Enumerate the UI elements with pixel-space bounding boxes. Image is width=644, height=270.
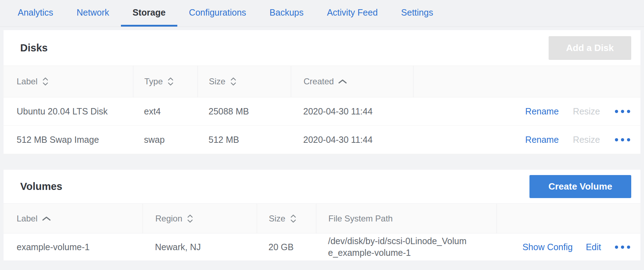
volume-label: example-volume-1 <box>4 242 143 252</box>
tab-analytics[interactable]: Analytics <box>6 0 65 27</box>
sort-chevron-up-down-icon <box>230 77 237 86</box>
create-volume-button[interactable]: Create Volume <box>529 175 631 198</box>
disks-table-header: Label Type Size Created <box>4 66 640 97</box>
sort-chevron-up-icon <box>338 79 347 84</box>
rename-link[interactable]: Rename <box>525 106 559 117</box>
tab-network[interactable]: Network <box>65 0 121 27</box>
edit-link[interactable]: Edit <box>586 242 601 252</box>
tab-storage[interactable]: Storage <box>121 0 177 27</box>
tab-configurations[interactable]: Configurations <box>177 0 258 27</box>
volumes-table-header: Label Region Size File System Path <box>4 203 640 234</box>
tab-backups[interactable]: Backups <box>258 0 315 27</box>
disk-type: ext4 <box>133 106 198 117</box>
volume-region: Newark, NJ <box>143 242 257 252</box>
rename-link[interactable]: Rename <box>525 135 559 145</box>
tab-settings[interactable]: Settings <box>389 0 445 27</box>
ellipsis-icon[interactable] <box>614 108 631 115</box>
ellipsis-icon[interactable] <box>614 243 631 251</box>
disks-column-label: Label <box>17 77 38 86</box>
volumes-sort-size[interactable]: Size <box>257 204 316 233</box>
ellipsis-icon[interactable] <box>614 136 631 144</box>
disk-size: 25088 MB <box>198 106 291 117</box>
disks-column-type: Type <box>144 77 163 86</box>
disk-row-swap: 512 MB Swap Image swap 512 MB 2020-04-30… <box>4 126 640 154</box>
volumes-panel-header: Volumes Create Volume <box>4 170 640 203</box>
resize-link[interactable]: Resize <box>573 106 600 117</box>
disk-label: 512 MB Swap Image <box>4 135 133 145</box>
sort-chevron-up-down-icon <box>42 77 49 86</box>
show-config-link[interactable]: Show Config <box>522 242 573 252</box>
volume-path: /dev/disk/by-id/scsi-0Linode_Volume_exam… <box>316 235 496 259</box>
volumes-sort-label[interactable]: Label <box>4 204 143 233</box>
volume-path-text: /dev/disk/by-id/scsi-0Linode_Volume_exam… <box>328 235 470 259</box>
volumes-column-path-label: File System Path <box>328 214 393 224</box>
disks-panel-header: Disks Add a Disk <box>4 30 640 66</box>
disks-sort-label[interactable]: Label <box>4 66 133 97</box>
disk-label: Ubuntu 20.04 LTS Disk <box>4 106 133 117</box>
disk-row-ubuntu: Ubuntu 20.04 LTS Disk ext4 25088 MB 2020… <box>4 97 640 126</box>
disk-row-actions: Rename Resize <box>413 126 640 154</box>
detail-tabs: Analytics Network Storage Configurations… <box>0 0 644 27</box>
volume-row-actions: Show Config Edit <box>496 234 640 260</box>
volumes-column-size: Size <box>269 214 285 224</box>
disk-created: 2020-04-30 11:44 <box>291 106 413 117</box>
disks-sort-created[interactable]: Created <box>291 66 413 97</box>
sort-chevron-up-icon <box>42 216 51 221</box>
volume-size: 20 GB <box>257 242 316 252</box>
disk-size: 512 MB <box>198 135 291 145</box>
disks-column-created: Created <box>304 77 334 86</box>
disk-created: 2020-04-30 11:44 <box>291 135 413 145</box>
volumes-title: Volumes <box>20 181 62 192</box>
volumes-sort-region[interactable]: Region <box>143 204 257 233</box>
volume-row: example-volume-1 Newark, NJ 20 GB /dev/d… <box>4 234 640 260</box>
disk-type: swap <box>133 135 198 145</box>
tab-activity-feed[interactable]: Activity Feed <box>315 0 389 27</box>
sort-chevron-up-down-icon <box>187 214 194 223</box>
resize-link[interactable]: Resize <box>573 135 600 145</box>
volumes-panel: Volumes Create Volume Label Region Size … <box>4 170 640 260</box>
sort-chevron-up-down-icon <box>290 214 297 223</box>
add-a-disk-button[interactable]: Add a Disk <box>549 36 631 60</box>
disks-title: Disks <box>20 42 48 54</box>
volumes-column-region: Region <box>155 214 182 224</box>
disks-panel: Disks Add a Disk Label Type Size Created <box>4 30 640 154</box>
disks-column-size: Size <box>209 77 226 86</box>
volumes-column-path: File System Path <box>316 204 496 233</box>
disks-table: Label Type Size Created Ubuntu 20.04 LTS… <box>4 66 640 154</box>
volumes-actions-header <box>496 204 640 233</box>
volumes-column-label: Label <box>17 214 38 224</box>
volumes-table: Label Region Size File System Path examp… <box>4 203 640 260</box>
disks-actions-header <box>413 66 640 97</box>
disks-sort-type[interactable]: Type <box>133 66 198 97</box>
disk-row-actions: Rename Resize <box>413 97 640 125</box>
disks-sort-size[interactable]: Size <box>198 66 291 97</box>
sort-chevron-up-down-icon <box>167 77 174 86</box>
